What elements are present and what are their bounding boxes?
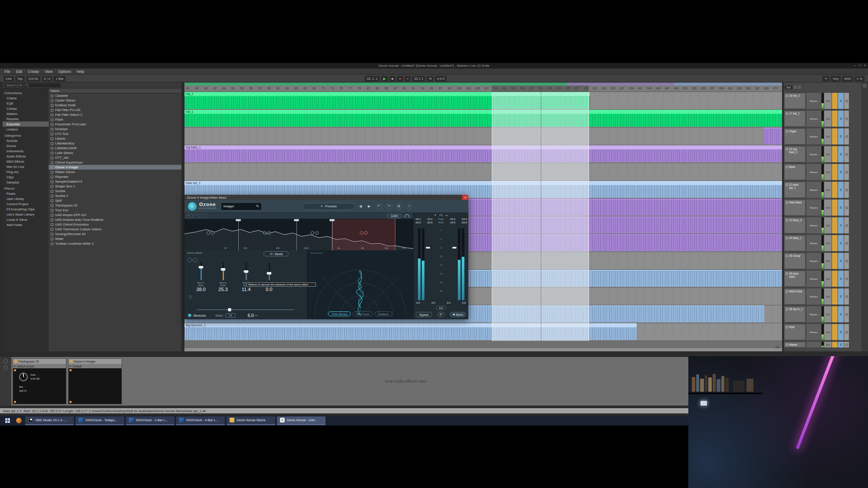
sidebar-item-samples[interactable]: Samples [3, 180, 49, 185]
gain-knob[interactable] [19, 373, 28, 381]
solo-button[interactable]: S [838, 182, 844, 198]
taskbar-item-digicheck-4-bar-l[interactable]: DIGICheck - 4-Bar L... [176, 416, 225, 425]
device-title-bar[interactable]: Ozone 9 Imager [69, 359, 122, 364]
audio-to-box[interactable]: Master [806, 146, 821, 162]
menu-edit[interactable]: Edit [13, 69, 25, 74]
track-header-weird-arps[interactable]: Weird Arps [784, 288, 806, 305]
set-label[interactable]: Set [785, 85, 792, 89]
track-lane-master[interactable] [184, 341, 782, 348]
audio-to-box[interactable]: Master [806, 271, 821, 287]
crossover-handle-1[interactable] [236, 219, 241, 221]
band-node-2[interactable]: –• [263, 231, 271, 235]
spectrum-display[interactable]: –•–•–•–•6010030010003k6k20kHz [184, 219, 413, 250]
out-gain-r[interactable]: 0.0 [462, 301, 466, 304]
browser-item-spiff[interactable]: Spiff [49, 198, 181, 203]
arm-button[interactable] [844, 128, 849, 144]
browser-item-loair-stereo[interactable]: LoAir Stereo [49, 151, 181, 155]
solo-button[interactable]: S [838, 111, 844, 127]
ozone-plugin-window[interactable]: Ozone 9 Imager/Main Bass × ≈ Ozone ADVAN… [184, 195, 468, 319]
sidebar-item-comps[interactable]: Comps [3, 106, 49, 111]
selected-band-region[interactable] [332, 219, 395, 250]
stereoize-toggle[interactable] [188, 314, 191, 317]
track-activator-button[interactable] [832, 235, 838, 251]
track-activator-button[interactable] [832, 342, 838, 347]
sidebar-item-eq8[interactable]: EQ8 [3, 101, 49, 106]
fold-icon[interactable] [786, 326, 788, 328]
track-header-16-hat-2[interactable]: 16 hat_2 [784, 92, 806, 110]
browser-item-fab-filter-saturn-2[interactable]: Fab Filter Saturn 2 [49, 112, 181, 117]
audio-to-box[interactable]: Master [806, 111, 821, 127]
audio-to-box[interactable]: Master [806, 253, 821, 269]
arrangement-position[interactable]: 33. 1. 1 [365, 76, 380, 82]
band-solo-icon[interactable]: • [315, 231, 319, 235]
preset-next-button[interactable]: ▶ [366, 203, 372, 210]
device-preset-row[interactable]: ▸default preset [13, 364, 66, 368]
sidebar-item-drums[interactable]: Drums [3, 143, 49, 148]
key-map-button[interactable]: Key [831, 76, 841, 82]
sidebar-item-lucas-steve[interactable]: Lucas & Steve [3, 217, 49, 222]
sidebar-item-midi-effects[interactable]: MIDI Effects [3, 159, 49, 164]
marker-icon[interactable] [798, 85, 801, 89]
volume-box[interactable]: 0.0 [824, 324, 832, 340]
fold-icon[interactable] [786, 219, 788, 222]
track-lane-19-org-bass-1[interactable]: org bass_1 [184, 145, 782, 163]
track-header-box[interactable]: 23 bass_3 [784, 217, 806, 233]
audio-to-box[interactable]: Master [806, 324, 821, 340]
alt-solo-icon[interactable]: ○ [201, 214, 206, 218]
track-header-box[interactable]: 21 bass spt_1 [784, 182, 806, 198]
track-header-17-hat-1[interactable]: 17 hat_1 [784, 110, 806, 128]
track-header-box[interactable]: Bass [784, 164, 806, 180]
track-lane-bass[interactable] [184, 163, 782, 181]
browser-item-samplegrabberv3[interactable]: SampleGrabberV3 [49, 179, 181, 184]
taskbar-item-denis-horvat-unti[interactable]: ≡Denis Horvat - Unti... [277, 416, 326, 425]
solo-button[interactable]: S [838, 200, 844, 216]
scroll-top-button[interactable] [863, 84, 867, 88]
crossover-handle-2[interactable] [294, 219, 299, 221]
volume-box[interactable]: 0.0 [824, 271, 832, 287]
browser-item-rbass-stereo[interactable]: RBass Stereo [49, 170, 181, 174]
track-header-box[interactable]: Master [784, 342, 806, 347]
taskbar-item-digicheck-2-bar-l[interactable]: DIGICheck - 2-Bar L... [126, 416, 174, 425]
plugin-title-bar[interactable]: Ozone 9 Imager/Main Bass [184, 195, 468, 200]
band-power-icon[interactable]: – [311, 231, 314, 235]
fold-icon[interactable] [786, 183, 788, 186]
band-solo-icon[interactable]: • [364, 231, 368, 235]
solo-button[interactable]: S [838, 93, 844, 109]
mode-switch[interactable]: I II [225, 313, 236, 318]
audio-to-box[interactable]: Master [806, 93, 821, 109]
sidebar-item-sounds[interactable]: Sounds [3, 138, 49, 143]
device-ozone-9-imager[interactable]: Ozone 9 Imager▸Default [68, 358, 122, 404]
track-header-box[interactable]: Weird Arps [784, 288, 806, 305]
solo-button[interactable]: S [838, 271, 844, 287]
audio-to-box[interactable]: Master [806, 164, 821, 180]
track-header-box[interactable]: 28 arp fx_1 [784, 306, 806, 322]
browser-item-fab-filter-pro-ds[interactable]: Fab Filter Pro-DS [49, 108, 181, 112]
track-activator-button[interactable] [832, 324, 838, 340]
device-power-button[interactable] [70, 360, 72, 363]
slider-handle[interactable] [221, 268, 226, 271]
menu-create[interactable]: Create [25, 69, 42, 74]
track-header-23-bass-3[interactable]: 23 bass_3 [784, 216, 806, 234]
track-activator-button[interactable] [832, 288, 838, 305]
track-activator-button[interactable] [832, 128, 838, 144]
stereoize-amount-value[interactable]: 6.0 [248, 313, 254, 318]
band-2-width-slider[interactable]: Band 2Width25.3 [214, 262, 233, 292]
bands-button[interactable]: ◁▷ Bands [263, 251, 289, 256]
solo-button[interactable]: S [838, 164, 844, 180]
slider-track[interactable] [201, 262, 202, 280]
slider-track[interactable] [223, 262, 224, 280]
arm-button[interactable] [844, 306, 849, 322]
audio-to-box[interactable]: Master [806, 288, 821, 305]
sidebar-item-limiters[interactable]: Limiters [3, 127, 49, 132]
track-activator-button[interactable] [832, 146, 838, 162]
output-gain-fader[interactable] [452, 247, 457, 249]
band-width-value[interactable]: 38.0 [191, 287, 210, 292]
tab-polar-sample[interactable]: Polar Sample [328, 311, 351, 316]
band-solo-icon[interactable]: • [211, 231, 214, 235]
browser-item-soothe-2[interactable]: Soothe 2 [49, 193, 181, 198]
loop-start-display[interactable]: 33 1 1 [412, 76, 425, 82]
track-header-box[interactable]: Arps [784, 324, 806, 340]
sidebar-item-user-library[interactable]: User Library [3, 196, 49, 201]
browser-item-uad-ampex-atr-102[interactable]: UAD Ampex ATR-102 [49, 213, 181, 217]
menu-view[interactable]: View [42, 69, 55, 74]
